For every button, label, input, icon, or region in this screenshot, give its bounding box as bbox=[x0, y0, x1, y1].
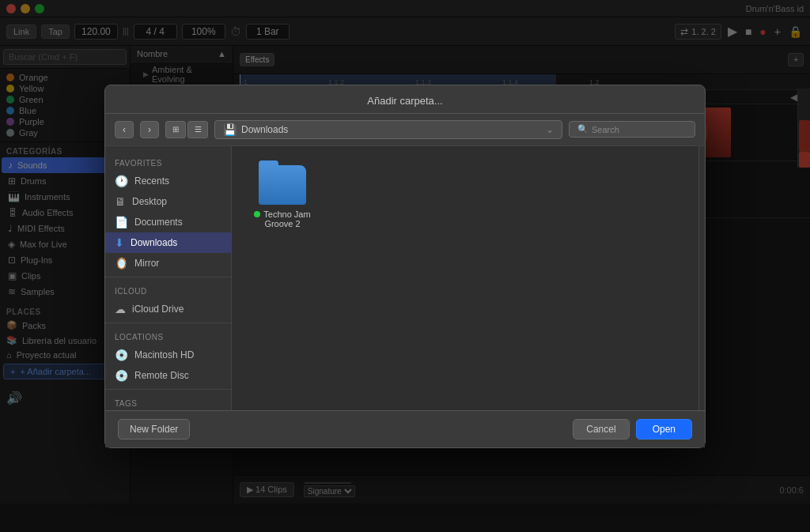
sidebar-macintosh-hd[interactable]: 💿 Macintosh HD bbox=[105, 345, 231, 365]
recents-icon: 🕐 bbox=[115, 175, 128, 187]
sidebar-item-label: Mirror bbox=[134, 258, 159, 269]
folder-item-techno-jam[interactable]: Techno Jam Groove 2 bbox=[244, 159, 320, 235]
cancel-button[interactable]: Cancel bbox=[573, 419, 629, 440]
sidebar-remote-disc[interactable]: 💿 Remote Disc bbox=[105, 365, 231, 386]
sidebar-item-label: iCloud Drive bbox=[132, 304, 184, 315]
sidebar-item-label: Recents bbox=[134, 175, 169, 187]
remote-disc-icon: 💿 bbox=[115, 369, 128, 382]
file-picker-dialog: Añadir carpeta... ‹ › ⊞ ☰ 💾 Downloads ⌄ … bbox=[104, 85, 706, 448]
modal-footer: New Folder Cancel Open bbox=[105, 410, 705, 447]
folder-label: Techno Jam Groove 2 bbox=[251, 209, 314, 228]
sidebar-divider-3 bbox=[105, 389, 231, 390]
macintosh-hd-icon: 💿 bbox=[115, 349, 128, 361]
search-placeholder: Search bbox=[592, 125, 619, 134]
open-button[interactable]: Open bbox=[636, 419, 692, 440]
sidebar-documents[interactable]: 📄 Documents bbox=[105, 212, 231, 232]
file-content-area: Techno Jam Groove 2 bbox=[232, 146, 698, 410]
action-buttons: Cancel Open bbox=[573, 419, 692, 440]
modal-scrollbar[interactable] bbox=[698, 146, 705, 410]
desktop-icon: 🖥 bbox=[115, 195, 126, 208]
modal-body: Favorites 🕐 Recents 🖥 Desktop 📄 Document… bbox=[105, 146, 705, 410]
downloads-icon: ⬇ bbox=[115, 236, 124, 249]
mirror-icon: 🪞 bbox=[115, 257, 128, 270]
view-buttons: ⊞ ☰ bbox=[165, 121, 208, 138]
icloud-section-label: iCloud bbox=[105, 281, 231, 299]
grid-view-button[interactable]: ⊞ bbox=[165, 121, 186, 138]
forward-button[interactable]: › bbox=[140, 121, 159, 138]
back-button[interactable]: ‹ bbox=[115, 121, 134, 138]
sidebar-item-label: Desktop bbox=[132, 196, 167, 207]
locations-section-label: Locations bbox=[105, 326, 231, 345]
file-grid: Techno Jam Groove 2 bbox=[244, 159, 686, 235]
icloud-icon: ☁ bbox=[115, 303, 126, 315]
sidebar-divider-2 bbox=[105, 323, 231, 323]
chevron-down-icon: ⌄ bbox=[546, 124, 554, 135]
sidebar-downloads[interactable]: ⬇ Downloads bbox=[105, 232, 231, 253]
sidebar-mirror[interactable]: 🪞 Mirror bbox=[105, 253, 231, 274]
location-bar[interactable]: 💾 Downloads ⌄ bbox=[214, 120, 562, 139]
sidebar-icloud-drive[interactable]: ☁ iCloud Drive bbox=[105, 299, 231, 319]
sidebar-divider-1 bbox=[105, 277, 231, 277]
modal-toolbar: ‹ › ⊞ ☰ 💾 Downloads ⌄ 🔍 Search bbox=[105, 114, 705, 146]
modal-title: Añadir carpeta... bbox=[105, 85, 705, 114]
new-folder-button[interactable]: New Folder bbox=[118, 419, 190, 440]
modal-sidebar: Favorites 🕐 Recents 🖥 Desktop 📄 Document… bbox=[105, 146, 232, 410]
search-box: 🔍 Search bbox=[569, 121, 695, 138]
search-icon: 🔍 bbox=[577, 124, 589, 134]
sidebar-item-label: Downloads bbox=[131, 237, 177, 248]
tags-section-label: Tags bbox=[105, 393, 231, 410]
list-view-button[interactable]: ☰ bbox=[187, 121, 208, 138]
location-drive-icon: 💾 bbox=[223, 123, 237, 136]
modal-overlay: Añadir carpeta... ‹ › ⊞ ☰ 💾 Downloads ⌄ … bbox=[0, 0, 810, 532]
documents-icon: 📄 bbox=[115, 216, 128, 228]
sidebar-recents[interactable]: 🕐 Recents bbox=[105, 171, 231, 191]
status-dot bbox=[254, 211, 260, 217]
sidebar-item-label: Documents bbox=[134, 217, 183, 228]
folder-icon bbox=[259, 165, 306, 205]
sidebar-desktop[interactable]: 🖥 Desktop bbox=[105, 191, 231, 212]
favorites-section-label: Favorites bbox=[105, 153, 231, 171]
sidebar-item-label: Macintosh HD bbox=[134, 349, 194, 360]
current-location: Downloads bbox=[241, 124, 288, 135]
sidebar-item-label: Remote Disc bbox=[134, 370, 189, 381]
